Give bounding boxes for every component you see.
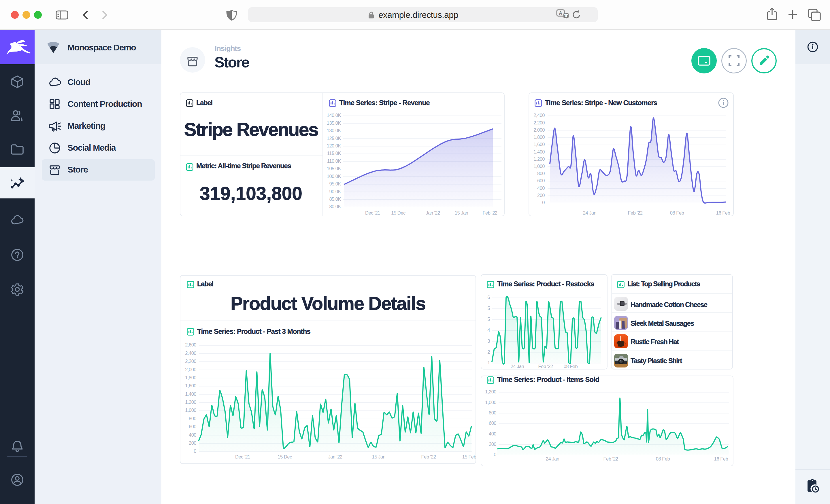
svg-text:1: 1 — [487, 360, 490, 365]
svg-text:120.0K: 120.0K — [327, 143, 341, 148]
svg-text:1,200: 1,200 — [485, 389, 496, 394]
svg-text:0: 0 — [194, 448, 196, 453]
svg-text:1,200: 1,200 — [185, 399, 196, 405]
svg-text:135.0K: 135.0K — [327, 121, 341, 126]
svg-text:600: 600 — [537, 178, 545, 183]
svg-text:600: 600 — [189, 424, 196, 429]
svg-text:1,400: 1,400 — [534, 149, 545, 155]
svg-text:15 Dec: 15 Dec — [278, 454, 292, 459]
svg-text:2,600: 2,600 — [185, 342, 196, 347]
svg-text:Time Series: Product - Restock: Time Series: Product - Restocks — [497, 280, 594, 288]
svg-text:800: 800 — [189, 416, 196, 421]
svg-text:400: 400 — [189, 432, 196, 437]
svg-text:1,600: 1,600 — [185, 383, 196, 388]
svg-text:200: 200 — [189, 440, 196, 445]
svg-text:08 Feb: 08 Feb — [564, 364, 578, 369]
svg-text:16 Feb: 16 Feb — [716, 210, 730, 215]
svg-text:2,400: 2,400 — [534, 112, 545, 118]
svg-text:1,000: 1,000 — [534, 164, 545, 169]
svg-text:Dec '21: Dec '21 — [235, 454, 250, 459]
svg-text:Rustic Fresh Hat: Rustic Fresh Hat — [631, 338, 679, 346]
svg-text:800: 800 — [537, 171, 545, 176]
svg-text:24 Jan: 24 Jan — [511, 364, 524, 369]
svg-text:Stripe Revenues: Stripe Revenues — [184, 119, 318, 140]
svg-text:Feb '22: Feb '22 — [628, 210, 642, 215]
svg-text:80.0K: 80.0K — [329, 204, 341, 209]
svg-text:100.0K: 100.0K — [327, 174, 341, 179]
svg-text:90.0K: 90.0K — [329, 189, 341, 194]
svg-text:140.0K: 140.0K — [327, 112, 341, 118]
svg-text:Label: Label — [197, 280, 213, 288]
svg-text:15 Jan: 15 Jan — [372, 454, 386, 459]
svg-text:5: 5 — [487, 316, 490, 322]
svg-text:Jan '22: Jan '22 — [328, 454, 342, 459]
svg-text:Sleek Metal Sausages: Sleek Metal Sausages — [631, 320, 694, 327]
svg-text:Time Series: Product - Past 3: Time Series: Product - Past 3 Months — [197, 328, 311, 335]
svg-text:125.0K: 125.0K — [327, 136, 341, 141]
svg-text:Time Series: Product - Items S: Time Series: Product - Items Sold — [497, 375, 599, 383]
svg-text:15 Dec: 15 Dec — [391, 210, 406, 215]
svg-text:Handmade Cotton Cheese: Handmade Cotton Cheese — [631, 301, 707, 308]
svg-text:Feb '22: Feb '22 — [421, 454, 436, 459]
svg-text:1,800: 1,800 — [534, 134, 545, 140]
svg-text:16 Feb: 16 Feb — [714, 456, 728, 461]
svg-text:1,600: 1,600 — [534, 142, 545, 147]
svg-text:800: 800 — [489, 410, 496, 415]
svg-text:2,200: 2,200 — [534, 120, 545, 125]
svg-text:Time Series: Stripe - Revenue: Time Series: Stripe - Revenue — [339, 99, 430, 107]
svg-text:24 Jan: 24 Jan — [546, 456, 560, 461]
svg-text:200: 200 — [489, 441, 496, 447]
svg-text:15 Jan: 15 Jan — [455, 210, 468, 215]
svg-text:2,400: 2,400 — [185, 350, 196, 356]
svg-text:200: 200 — [537, 193, 545, 198]
svg-text:Tasty Plastic Shirt: Tasty Plastic Shirt — [631, 357, 682, 365]
svg-text:85.0K: 85.0K — [329, 196, 341, 202]
svg-text:24 Jan: 24 Jan — [583, 210, 597, 215]
svg-text:2: 2 — [487, 349, 490, 355]
svg-text:Dec '21: Dec '21 — [365, 210, 380, 215]
svg-text:600: 600 — [489, 421, 496, 426]
svg-text:Time Series: Stripe - New Cust: Time Series: Stripe - New Customers — [545, 99, 658, 107]
svg-text:105.0K: 105.0K — [327, 166, 341, 171]
svg-text:1,400: 1,400 — [185, 392, 196, 397]
svg-text:95.0K: 95.0K — [329, 181, 341, 186]
svg-text:130.0K: 130.0K — [327, 128, 341, 133]
svg-text:400: 400 — [489, 431, 496, 436]
svg-text:2,200: 2,200 — [185, 359, 196, 364]
svg-text:2,000: 2,000 — [185, 367, 196, 372]
svg-text:110.0K: 110.0K — [327, 158, 341, 164]
svg-text:0: 0 — [542, 200, 545, 205]
svg-text:2,000: 2,000 — [534, 127, 545, 132]
svg-text:1,000: 1,000 — [185, 407, 196, 413]
svg-text:400: 400 — [537, 186, 545, 191]
svg-text:0: 0 — [494, 452, 496, 457]
svg-text:15 Feb: 15 Feb — [462, 454, 476, 459]
svg-text:1,800: 1,800 — [185, 375, 196, 380]
svg-text:Feb '22: Feb '22 — [482, 210, 497, 215]
svg-text:3: 3 — [487, 338, 490, 344]
svg-text:Product Volume Details: Product Volume Details — [230, 293, 425, 314]
svg-text:4: 4 — [487, 328, 490, 333]
svg-text:Feb '22: Feb '22 — [538, 364, 553, 369]
svg-text:Label: Label — [196, 99, 213, 107]
svg-text:115.0K: 115.0K — [327, 150, 341, 156]
svg-text:Metric: All-time Stripe Revenu: Metric: All-time Stripe Revenues — [196, 162, 291, 170]
svg-text:6: 6 — [487, 295, 490, 300]
svg-text:1,200: 1,200 — [534, 156, 545, 162]
svg-text:Feb '22: Feb '22 — [603, 456, 618, 461]
svg-text:5: 5 — [487, 306, 490, 311]
svg-text:08 Feb: 08 Feb — [670, 210, 684, 215]
svg-text:List: Top Selling Products: List: Top Selling Products — [628, 280, 700, 288]
svg-text:08 Feb: 08 Feb — [656, 456, 670, 461]
svg-text:1,000: 1,000 — [485, 400, 496, 405]
svg-text:319,103,800: 319,103,800 — [200, 183, 302, 204]
svg-text:Jan '22: Jan '22 — [426, 210, 440, 215]
